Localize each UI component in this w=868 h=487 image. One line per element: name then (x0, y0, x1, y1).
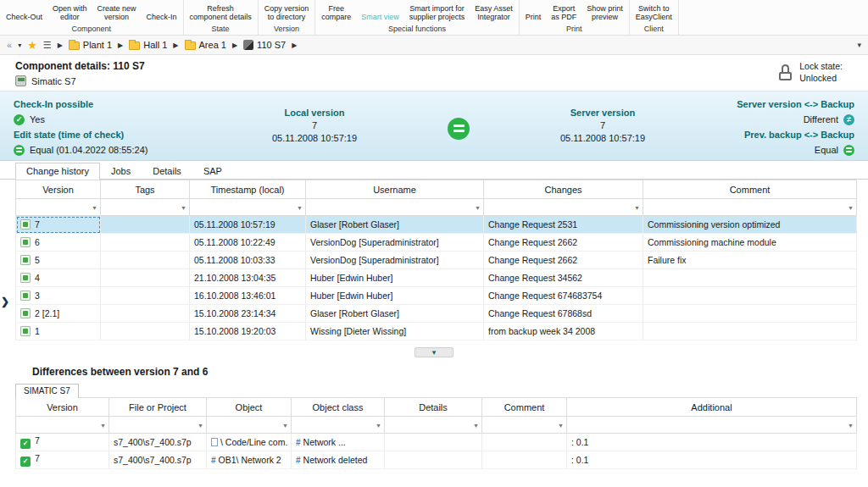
cell-username: Glaser [Robert Glaser] (306, 216, 484, 234)
header-row: VersionFile or ProjectObjectObject class… (16, 398, 857, 417)
prev-backup-label: Prev. backup <-> Backup (737, 127, 854, 142)
table-row[interactable]: 115.10.2008 19:20:03Wissing [Dieter Wiss… (16, 323, 857, 340)
version-number: 7 (35, 453, 40, 463)
column-header-object-class[interactable]: Object class (292, 398, 385, 417)
column-header-comment[interactable]: Comment (643, 180, 857, 199)
column-header-file-or-project[interactable]: File or Project (109, 398, 207, 417)
table-row[interactable]: 316.10.2008 13:46:01Huber [Edwin Huber]C… (16, 287, 857, 305)
table-row[interactable]: 421.10.2008 13:04:35Huber [Edwin Huber]C… (16, 269, 857, 287)
easy-asset-integrator-button[interactable]: Easy Asset Integrator (473, 4, 515, 23)
show-print-preview-button[interactable]: Show print preview (585, 4, 625, 23)
network-grid-icon: # (296, 438, 301, 447)
check-out-button[interactable]: Check-Out (4, 13, 44, 23)
cell-changes: Change Request 2531 (484, 216, 643, 234)
cell-timestamp: 16.10.2008 13:46:01 (190, 287, 306, 305)
column-header-username[interactable]: Username (306, 180, 484, 199)
tab-details[interactable]: Details (142, 163, 192, 180)
free-compare-button[interactable]: Free compare (320, 4, 353, 23)
column-header-object[interactable]: Object (207, 398, 292, 417)
cell-version: 3 (16, 287, 101, 305)
component-details-panel: Component details: 110 S7 Simatic S7 Loc… (0, 55, 868, 91)
breadcrumb-item-plant-1[interactable]: Plant 1 (69, 40, 112, 50)
refresh-component-details-button[interactable]: Refresh component details (188, 4, 253, 23)
column-header-changes[interactable]: Changes (484, 180, 643, 199)
version-number: 7 (35, 435, 40, 445)
cell-changes: Change Request 2662 (484, 252, 643, 269)
tab-change-history[interactable]: Change history (15, 163, 100, 180)
column-header-version[interactable]: Version (16, 398, 109, 417)
cell-comment (643, 287, 857, 305)
filter-cell-object[interactable]: ▼ (207, 417, 292, 434)
cell-comment: Commissioning version optimized (643, 216, 857, 234)
smart-import-for-supplier-projects-button[interactable]: Smart import for supplier projects (408, 4, 467, 23)
table-row[interactable]: 605.11.2008 10:22:49VersionDog [Superadm… (16, 234, 857, 252)
export-as-pdf-button[interactable]: Export as PDF (549, 4, 578, 23)
cell-username: Wissing [Dieter Wissing] (306, 323, 484, 340)
column-header-tags[interactable]: Tags (101, 180, 190, 199)
breadcrumb-item-110-s7[interactable]: 110 S7 (243, 40, 286, 50)
differences-title: Differences between version 7 and 6 (32, 366, 868, 378)
cell-object-class: #Network ... (292, 434, 385, 451)
table-row[interactable]: 505.11.2008 10:03:33VersionDog [Superadm… (16, 252, 857, 269)
table-row[interactable]: 2 [2.1]15.10.2008 23:14:34Glaser [Robert… (16, 305, 857, 323)
history-back-icon[interactable]: « (7, 40, 12, 50)
tree-expander-icon[interactable]: ❯ (0, 293, 10, 310)
cell-changes: Change Request 67868sd (484, 305, 643, 323)
check-in-button[interactable]: Check-In (145, 13, 179, 23)
filter-cell-additional[interactable]: ▼ (567, 417, 857, 434)
open-with-editor-button[interactable]: Open with editor (51, 4, 89, 23)
table-row[interactable]: ✓7s7_400\s7_400.s7p\ Code/Line com.#Netw… (16, 434, 857, 451)
cell-details (385, 434, 482, 451)
create-new-version-button[interactable]: Create new version (96, 4, 138, 23)
smart-view-button[interactable]: Smart view (359, 13, 401, 23)
tab-simatic-s7[interactable]: SIMATIC S7 (15, 384, 79, 398)
filter-row: ▼▼▼▼▼▼ (16, 199, 857, 216)
server-version-timestamp: 05.11.2008 10:57:19 (522, 132, 683, 145)
column-header-timestamp-local[interactable]: Timestamp (local) (190, 180, 306, 199)
switch-to-easyclient-button[interactable]: Switch to EasyClient (634, 4, 674, 23)
column-header-details[interactable]: Details (385, 398, 482, 417)
print-button[interactable]: Print (524, 13, 543, 23)
column-header-version[interactable]: Version (16, 180, 101, 199)
column-header-additional[interactable]: Additional (567, 398, 857, 417)
version-number: 1 (35, 326, 40, 336)
version-number: 5 (35, 255, 40, 265)
filter-cell-file-or-project[interactable]: ▼ (109, 417, 207, 434)
filter-cell-tags[interactable]: ▼ (101, 199, 190, 216)
filter-cell-timestamp-local[interactable]: ▼ (190, 199, 306, 216)
filter-cell-username[interactable]: ▼ (306, 199, 484, 216)
breadcrumb-item-hall-1[interactable]: Hall 1 (129, 40, 167, 50)
column-header-comment[interactable]: Comment (482, 398, 567, 417)
version-icon (20, 291, 31, 301)
breadcrumb-item-area-1[interactable]: Area 1 (185, 40, 226, 50)
filter-cell-object-class[interactable]: ▼ (292, 417, 385, 434)
edit-state-label: Edit state (time of check) (14, 127, 225, 142)
dropdown-arrow-icon: ▼ (376, 422, 381, 428)
copy-version-to-directory-button[interactable]: Copy version to directory (263, 4, 311, 23)
tab-jobs[interactable]: Jobs (100, 163, 142, 180)
tree-menu-icon[interactable]: ☰ (43, 40, 52, 51)
toolbar-group-label: State (188, 23, 253, 35)
filter-cell-comment[interactable]: ▼ (643, 199, 857, 216)
filter-cell-changes[interactable]: ▼ (484, 199, 643, 216)
cell-version: 5 (16, 252, 101, 269)
breadcrumb-dropdown-icon[interactable]: ▾ (857, 41, 861, 49)
table-row[interactable]: 705.11.2008 10:57:19Glaser [Robert Glase… (16, 216, 857, 234)
filter-cell-comment[interactable]: ▼ (482, 417, 567, 434)
history-dropdown-icon[interactable]: ▾ (18, 42, 21, 49)
cell-timestamp: 21.10.2008 13:04:35 (190, 269, 306, 287)
table-row[interactable]: ✓7s7_400\s7_400.s7p#OB1\ Network 2#Netwo… (16, 451, 857, 469)
toolbar-group-print: PrintExport as PDFShow print previewPrin… (520, 0, 630, 35)
lock-icon (779, 64, 792, 80)
component-type-label: Simatic S7 (31, 76, 76, 86)
collapse-table-button[interactable]: ▾ (415, 347, 453, 357)
filter-cell-version[interactable]: ▼ (16, 199, 101, 216)
version-number: 3 (35, 291, 40, 301)
breadcrumb-item-label: Plant 1 (83, 40, 112, 50)
favorites-star-icon[interactable]: ★ (27, 39, 37, 52)
tab-sap[interactable]: SAP (192, 163, 233, 180)
filter-cell-details[interactable]: ▼ (385, 417, 482, 434)
cell-file: s7_400\s7_400.s7p (109, 434, 207, 451)
breadcrumb-item-label: 110 S7 (257, 40, 286, 50)
filter-cell-version[interactable]: ▼ (16, 417, 109, 434)
